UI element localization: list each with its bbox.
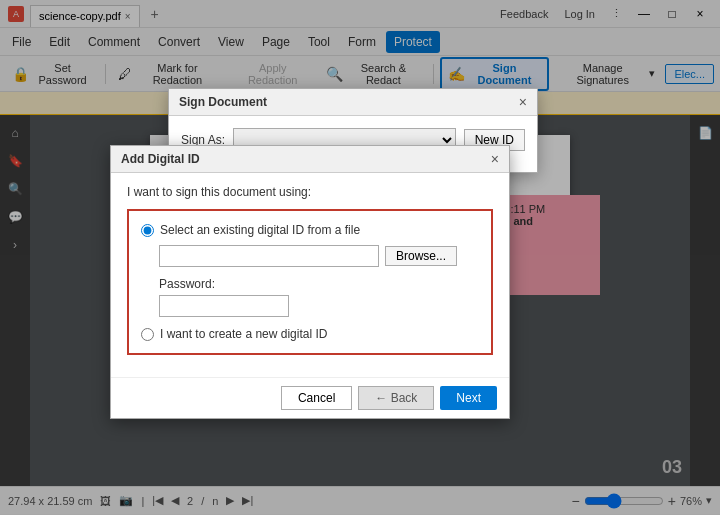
browse-button[interactable]: Browse... — [385, 246, 457, 266]
option2-radio[interactable] — [141, 328, 154, 341]
add-id-titlebar: Add Digital ID × — [111, 146, 509, 173]
option1-row: Select an existing digital ID from a fil… — [141, 223, 479, 237]
add-id-body: I want to sign this document using: Sele… — [111, 173, 509, 377]
cancel-button[interactable]: Cancel — [281, 386, 352, 410]
add-digital-id-modal: Add Digital ID × I want to sign this doc… — [110, 145, 510, 419]
next-button[interactable]: Next — [440, 386, 497, 410]
back-button[interactable]: ← Back — [358, 386, 434, 410]
add-id-title: Add Digital ID — [121, 152, 200, 166]
file-path-input[interactable] — [159, 245, 379, 267]
sign-modal-title: Sign Document — [179, 95, 267, 109]
password-input[interactable] — [159, 295, 289, 317]
add-id-close-button[interactable]: × — [491, 151, 499, 167]
add-id-question: I want to sign this document using: — [127, 185, 493, 199]
file-input-row: Browse... — [159, 245, 479, 267]
options-red-box: Select an existing digital ID from a fil… — [127, 209, 493, 355]
sign-modal-titlebar: Sign Document × — [169, 89, 537, 116]
password-label: Password: — [159, 277, 479, 291]
sign-modal-close-button[interactable]: × — [519, 94, 527, 110]
option2-label: I want to create a new digital ID — [160, 327, 327, 341]
option1-radio[interactable] — [141, 224, 154, 237]
add-id-footer: Cancel ← Back Next — [111, 377, 509, 418]
option2-row: I want to create a new digital ID — [141, 327, 479, 341]
option1-label: Select an existing digital ID from a fil… — [160, 223, 360, 237]
